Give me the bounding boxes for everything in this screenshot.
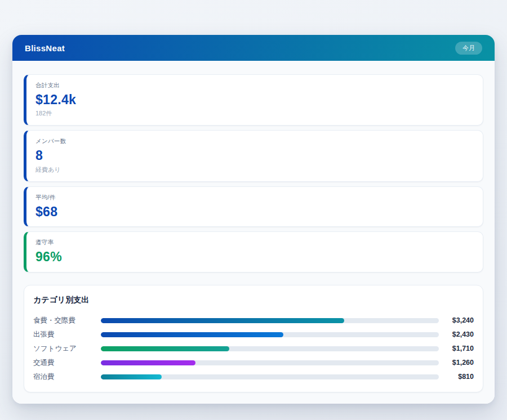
stat-label: メンバー数: [35, 137, 474, 145]
stat-card: 平均/件 $68: [24, 186, 483, 227]
category-row-label: 交通費: [33, 358, 101, 368]
stat-value: $68: [35, 204, 474, 219]
category-bar-fill: [101, 360, 195, 365]
period-badge[interactable]: 今月: [455, 42, 482, 55]
stat-label: 平均/件: [35, 194, 474, 202]
stat-sub: 経費あり: [35, 166, 474, 174]
category-row-label: 食費・交際費: [33, 316, 101, 325]
stat-value: 96%: [35, 249, 474, 264]
stat-label: 遵守率: [35, 239, 474, 247]
category-row-label: ソフトウェア: [33, 344, 101, 354]
dashboard-body: 合計支出 $12.4k 182件 メンバー数 8 経費あり 平均/件 $68 遵…: [12, 61, 495, 404]
category-bar-fill: [101, 346, 229, 351]
category-bar-track: [101, 318, 439, 323]
category-row: 宿泊費 $810: [33, 370, 474, 384]
category-row-amount: $810: [439, 373, 474, 381]
app-title: BlissNeat: [25, 43, 65, 53]
category-row-label: 出張費: [33, 330, 101, 339]
stat-sub: 182件: [35, 109, 474, 118]
category-bar-track: [101, 374, 439, 379]
category-bar-track: [101, 346, 439, 351]
category-bar-fill: [101, 332, 283, 337]
stat-label: 合計支出: [35, 82, 474, 90]
category-bar-fill: [101, 374, 162, 379]
stat-value: 8: [35, 148, 474, 163]
category-row: 交通費 $1,260: [33, 356, 474, 370]
category-bar-track: [101, 360, 439, 365]
category-row: 食費・交際費 $3,240: [33, 314, 474, 328]
category-breakdown-card: カテゴリ別支出 食費・交際費 $3,240 出張費 $2,430 ソフトウェア …: [24, 285, 483, 392]
stat-card: メンバー数 8 経費あり: [24, 130, 483, 181]
category-row-label: 宿泊費: [33, 372, 101, 382]
category-rows: 食費・交際費 $3,240 出張費 $2,430 ソフトウェア $1,710 交…: [33, 314, 474, 384]
category-bar-track: [101, 332, 439, 337]
stat-card: 合計支出 $12.4k 182件: [24, 74, 483, 126]
dashboard-card: BlissNeat 今月 合計支出 $12.4k 182件 メンバー数 8 経費…: [12, 35, 495, 404]
category-bar-fill: [101, 318, 344, 323]
stat-card: 遵守率 96%: [24, 231, 483, 272]
app-header: BlissNeat 今月: [12, 35, 495, 61]
category-row: ソフトウェア $1,710: [33, 342, 474, 356]
category-row-amount: $3,240: [439, 316, 474, 324]
category-row-amount: $2,430: [439, 330, 474, 338]
category-row: 出張費 $2,430: [33, 328, 474, 342]
category-row-amount: $1,710: [439, 345, 474, 352]
category-row-amount: $1,260: [439, 359, 474, 367]
stat-value: $12.4k: [35, 92, 474, 107]
category-card-title: カテゴリ別支出: [33, 295, 474, 305]
stats-list: 合計支出 $12.4k 182件 メンバー数 8 経費あり 平均/件 $68 遵…: [24, 74, 483, 272]
